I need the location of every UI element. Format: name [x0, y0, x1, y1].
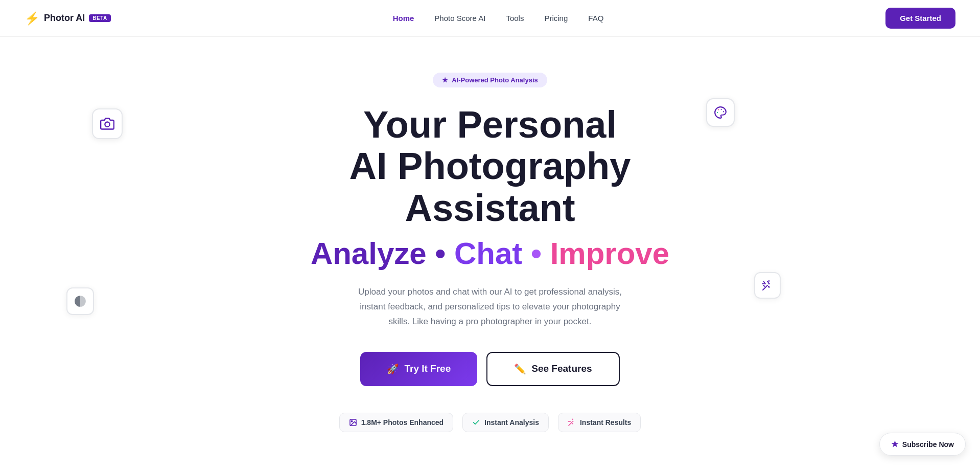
beta-badge: BETA — [89, 14, 110, 22]
svg-point-0 — [105, 122, 109, 127]
float-halfcircle-icon — [66, 287, 94, 315]
star-icon: ★ — [442, 76, 448, 84]
wand-results-icon — [568, 418, 576, 427]
subscribe-now-label: Subscribe Now — [902, 440, 954, 449]
ai-badge-text: AI-Powered Photo Analysis — [452, 76, 538, 84]
tagline-dot2: • — [522, 236, 550, 271]
float-wand-icon — [754, 272, 781, 299]
stat-instant-analysis: Instant Analysis — [462, 413, 549, 432]
svg-point-4 — [717, 112, 718, 113]
stat-instant-results: Instant Results — [558, 413, 641, 432]
stats-row: 1.8M+ Photos Enhanced Instant Analysis I… — [339, 413, 641, 432]
hero-buttons: 🚀 Try It Free ✏️ See Features — [360, 352, 619, 386]
stat-photos-label: 1.8M+ Photos Enhanced — [361, 418, 444, 427]
float-camera-icon — [92, 108, 123, 139]
stat-analysis-label: Instant Analysis — [484, 418, 539, 427]
hero-title: Your Personal AI Photography Assistant — [349, 104, 631, 229]
subscribe-star-icon: ★ — [891, 439, 898, 449]
see-features-label: See Features — [531, 363, 592, 374]
nav-link-pricing[interactable]: Pricing — [544, 14, 568, 23]
hero-section: ★ AI-Powered Photo Analysis Your Persona… — [0, 37, 980, 463]
pencil-icon: ✏️ — [514, 363, 526, 375]
rocket-icon: 🚀 — [387, 363, 399, 375]
try-it-free-button[interactable]: 🚀 Try It Free — [360, 352, 477, 386]
nav-link-faq[interactable]: FAQ — [588, 14, 603, 23]
navbar: ⚡ Photor AI BETA Home Photo Score AI Too… — [0, 0, 980, 37]
try-it-free-label: Try It Free — [404, 363, 451, 374]
float-palette-icon — [706, 98, 735, 127]
subscribe-now-button[interactable]: ★ Subscribe Now — [879, 433, 966, 456]
tagline-improve: Improve — [550, 236, 669, 271]
nav-links: Home Photo Score AI Tools Pricing FAQ — [393, 14, 604, 23]
nav-link-home[interactable]: Home — [393, 14, 414, 23]
nav-link-tools[interactable]: Tools — [506, 14, 524, 23]
logo[interactable]: ⚡ Photor AI BETA — [25, 11, 111, 26]
ai-badge: ★ AI-Powered Photo Analysis — [433, 73, 547, 87]
see-features-button[interactable]: ✏️ See Features — [486, 352, 619, 386]
stat-photos-enhanced: 1.8M+ Photos Enhanced — [339, 413, 453, 432]
tagline-chat: Chat — [454, 236, 522, 271]
svg-point-6 — [351, 421, 352, 422]
svg-point-1 — [721, 109, 722, 110]
hero-tagline: Analyze • Chat • Improve — [311, 237, 669, 271]
svg-point-2 — [723, 111, 724, 112]
check-icon — [472, 418, 480, 427]
stat-results-label: Instant Results — [580, 418, 631, 427]
get-started-button[interactable]: Get Started — [885, 8, 955, 29]
tagline-analyze: Analyze — [311, 236, 427, 271]
svg-point-3 — [718, 109, 719, 110]
hero-subtitle: Upload your photos and chat with our AI … — [352, 285, 628, 329]
lightning-icon: ⚡ — [25, 11, 40, 26]
logo-text: Photor AI — [44, 13, 85, 24]
nav-link-photo-score[interactable]: Photo Score AI — [434, 14, 485, 23]
image-icon — [349, 418, 357, 427]
tagline-dot1: • — [427, 236, 454, 271]
